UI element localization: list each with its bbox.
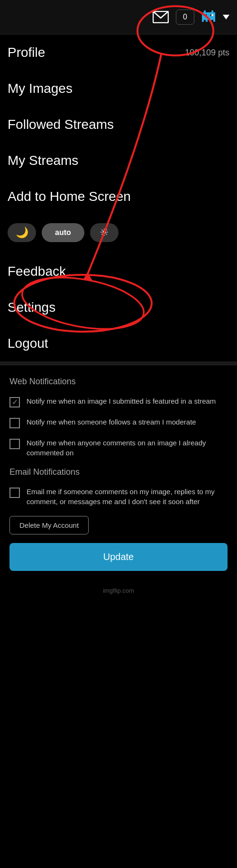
bottom-brand: imgflip.com [0,582,237,604]
theme-light-button[interactable]: ☀ [90,223,118,242]
menu-item-feedback[interactable]: Feedback [8,253,229,289]
mail-icon[interactable] [150,7,171,27]
theme-toggle: 🌙 auto ☀ [8,215,229,251]
menu-item-my-images[interactable]: My Images [8,71,229,107]
menu-item-logout[interactable]: Logout [8,326,229,362]
moon-icon: 🌙 [16,226,28,239]
svg-rect-12 [204,14,206,16]
svg-rect-9 [211,10,213,12]
checkmark-icon: ✓ [12,398,18,406]
web-notifications-title: Web Notifications [9,377,228,387]
checkbox-notify-comments-box[interactable] [9,439,20,449]
checkbox-email-comments-label: Email me if someone comments on my image… [27,487,228,506]
update-button[interactable]: Update [9,543,228,571]
theme-auto-button[interactable]: auto [42,223,84,242]
menu-item-add-to-home[interactable]: Add to Home Screen [8,179,229,215]
checkbox-notify-featured-label: Notify me when an image I submitted is f… [27,396,216,406]
checkbox-notify-follows-label: Notify me when someone follows a stream … [27,417,196,427]
svg-rect-10 [202,12,215,14]
menu-item-profile[interactable]: Profile 100,109 pts [8,35,229,71]
menu-item-settings[interactable]: Settings [8,289,229,326]
section-divider [0,362,237,365]
svg-rect-19 [210,20,211,22]
svg-rect-20 [213,20,215,22]
svg-rect-18 [206,20,208,22]
checkbox-notify-follows-box[interactable] [9,418,20,428]
delete-account-button[interactable]: Delete My Account [9,516,89,534]
checkbox-notify-featured-box[interactable]: ✓ [9,397,20,407]
menu-profile-label: Profile [8,45,45,60]
svg-rect-13 [207,14,210,16]
header: 0 [0,0,237,35]
header-avatar[interactable] [199,8,218,27]
menu-my-images-label: My Images [8,81,73,96]
sun-icon: ☀ [100,226,109,239]
menu-settings-label: Settings [8,300,55,315]
svg-rect-8 [204,10,206,12]
menu-logout-label: Logout [8,336,48,351]
dropdown-arrow-icon[interactable] [223,15,229,19]
checkbox-notify-comments: Notify me when anyone comments on an ima… [9,438,228,458]
menu-item-my-streams[interactable]: My Streams [8,143,229,179]
menu-profile-points: 100,109 pts [185,48,229,58]
brand-label: imgflip.com [103,587,134,594]
menu-add-to-home-label: Add to Home Screen [8,189,131,204]
svg-rect-14 [211,14,213,16]
checkbox-notify-follows: Notify me when someone follows a stream … [9,417,228,428]
svg-rect-17 [202,20,204,22]
menu-followed-streams-label: Followed Streams [8,117,114,132]
svg-rect-15 [213,14,215,16]
checkbox-notify-featured: ✓ Notify me when an image I submitted is… [9,396,228,407]
menu-feedback-label: Feedback [8,264,66,279]
checkbox-email-comments-box[interactable] [9,488,20,498]
svg-rect-16 [202,16,215,20]
menu-item-followed-streams[interactable]: Followed Streams [8,107,229,143]
email-notifications-title: Email Notifications [9,467,228,477]
header-points-value: 0 [183,13,187,21]
theme-dark-button[interactable]: 🌙 [8,223,36,242]
menu-section: Profile 100,109 pts My Images Followed S… [0,35,237,362]
svg-rect-11 [202,14,204,16]
checkbox-notify-comments-label: Notify me when anyone comments on an ima… [27,438,228,458]
menu-my-streams-label: My Streams [8,153,78,168]
settings-section: Web Notifications ✓ Notify me when an im… [0,365,237,582]
theme-auto-label: auto [55,228,71,237]
header-points-box: 0 [176,9,194,25]
checkbox-email-comments: Email me if someone comments on my image… [9,487,228,506]
